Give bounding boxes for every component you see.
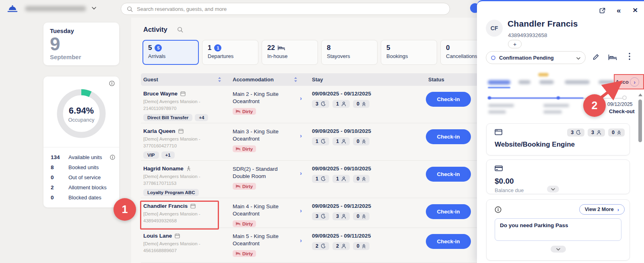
timeline-dot [557, 96, 560, 99]
bed-icon [278, 46, 285, 50]
housekeeping-badge: Dirty [233, 220, 256, 227]
tab-redacted[interactable] [539, 80, 554, 84]
app-logo-icon [6, 4, 19, 16]
sort-icon[interactable] [294, 77, 297, 82]
tab-stayovers[interactable]: 8Stayovers [321, 40, 378, 65]
stay-badge-nights: 3 [312, 212, 329, 220]
occupancy-label: Occupancy [43, 117, 119, 123]
redacted-badge [538, 73, 549, 77]
scrollbar-thumb[interactable] [638, 99, 642, 142]
tab-bookings[interactable]: 5Bookings [381, 40, 437, 65]
guest-name[interactable]: Louis Lane [143, 233, 233, 239]
annotation-step-1: 1 [114, 198, 136, 221]
divider [43, 147, 119, 147]
stay-badge-children: 0 [353, 137, 369, 145]
col-stay: Stay [312, 77, 419, 83]
guest-name[interactable]: Bruce Wayne [143, 91, 233, 97]
bed-icon [236, 110, 240, 113]
search-input[interactable] [136, 6, 444, 12]
guest-tag: +4 [195, 114, 208, 121]
sort-icon[interactable] [218, 77, 221, 82]
person-icon [341, 176, 346, 181]
expand-row-chevron-icon[interactable]: › [300, 233, 312, 263]
check-in-button[interactable]: Check-in [426, 204, 471, 219]
tab-in-house[interactable]: 22In-house [262, 40, 318, 65]
stay-badge-adults: 3 [332, 212, 350, 220]
room-name: SDR(2) - Standard Double Room [233, 166, 294, 180]
search-icon[interactable] [177, 27, 183, 33]
add-tag-button[interactable]: + [508, 40, 522, 48]
close-icon[interactable]: × [633, 6, 638, 14]
tab-label: Departures [208, 53, 253, 59]
scrollbar-up-arrow[interactable] [638, 93, 642, 96]
note-text[interactable]: Do you need Parking Pass [495, 218, 621, 241]
expand-row-chevron-icon[interactable]: › [300, 91, 312, 123]
guest-name[interactable]: Hagrid Noname [143, 166, 233, 172]
notes-card: View 2 More › Do you need Parking Pass [486, 199, 630, 261]
kebab-menu-icon[interactable] [629, 53, 630, 61]
stat-label: Allotment blocks [68, 184, 115, 191]
guest-name[interactable]: Karla Queen [143, 128, 233, 134]
stat-row: 134Available units [51, 152, 115, 162]
property-selector-redacted[interactable] [25, 6, 86, 11]
info-icon[interactable] [110, 155, 115, 160]
stat-value: 0 [51, 174, 63, 180]
tab-redacted[interactable] [518, 80, 530, 84]
note-icon [178, 128, 184, 134]
redacted-label [543, 104, 569, 107]
stat-label: Available units [68, 154, 104, 160]
tabs-scroll-right-button[interactable]: › [630, 77, 639, 87]
stat-value: 8 [51, 164, 63, 170]
annotation-box-guest [140, 201, 219, 230]
guest-tags: VIP+1 [143, 151, 233, 159]
check-in-button[interactable]: Check-in [426, 234, 471, 249]
status-dropdown[interactable]: Confirmation Pending [486, 51, 586, 64]
stat-row: 8Booked units [51, 162, 115, 172]
stay-cell: 09/09/2025 - 09/12/2025330 [312, 203, 419, 228]
tab-label: Bookings [386, 53, 431, 59]
date-month: September [50, 54, 113, 60]
tab-redacted[interactable] [565, 80, 590, 84]
stat-label: Blocked dates [68, 195, 115, 201]
view-more-button[interactable]: View 2 More › [579, 204, 625, 215]
check-in-button[interactable]: Check-in [426, 129, 471, 144]
collapse-panel-icon[interactable]: « [617, 6, 621, 14]
tab-active-indicator [488, 87, 510, 88]
expand-row-chevron-icon[interactable]: › [300, 166, 312, 198]
moon-icon [321, 244, 326, 249]
bed-icon [236, 147, 240, 151]
chevron-down-icon[interactable] [92, 5, 96, 11]
housekeeping-badge: Dirty [233, 108, 256, 115]
stay-badge-nights: 3 [312, 100, 329, 108]
booking-source-card: 330 Website/Booking Engine [486, 123, 630, 155]
browser-window-icon [495, 129, 502, 137]
expand-row-chevron-icon[interactable]: › [300, 203, 312, 228]
chevron-down-icon [576, 54, 580, 61]
open-in-new-icon[interactable] [599, 7, 606, 15]
balance-expand-button[interactable] [547, 186, 559, 193]
source-badge-nights: 3 [567, 128, 584, 137]
expand-row-chevron-icon[interactable]: › [300, 128, 312, 160]
balance-card: $0.00 Balance due [486, 159, 630, 194]
edit-icon[interactable] [592, 54, 599, 62]
global-search[interactable] [121, 3, 450, 15]
check-in-button[interactable]: Check-in [426, 92, 471, 107]
stay-badge-children: 0 [353, 242, 369, 250]
check-in-button[interactable]: Check-in [426, 167, 471, 182]
housekeeping-badge: Dirty [233, 145, 256, 152]
notes-expand-button[interactable] [551, 246, 566, 253]
date-card: Tuesday 9 September [43, 23, 119, 65]
tab-arrivals[interactable]: 55Arrivals [142, 40, 199, 65]
tab-label: Arrivals [148, 53, 193, 59]
stay-badge-adults: 1 [332, 100, 350, 108]
info-icon[interactable] [109, 81, 115, 88]
tab-count-row: 5 [386, 44, 431, 52]
tab-departures[interactable]: 11Departures [202, 40, 258, 65]
tab-count: 22 [267, 44, 275, 52]
housekeeping-label: Dirty [242, 251, 253, 256]
tab-overview-redacted[interactable] [488, 80, 510, 85]
status-ring-icon [491, 56, 495, 60]
stay-badge-nights: 2 [312, 242, 329, 250]
stat-row: 0Blocked dates [51, 193, 115, 203]
bed-icon[interactable] [608, 54, 617, 62]
